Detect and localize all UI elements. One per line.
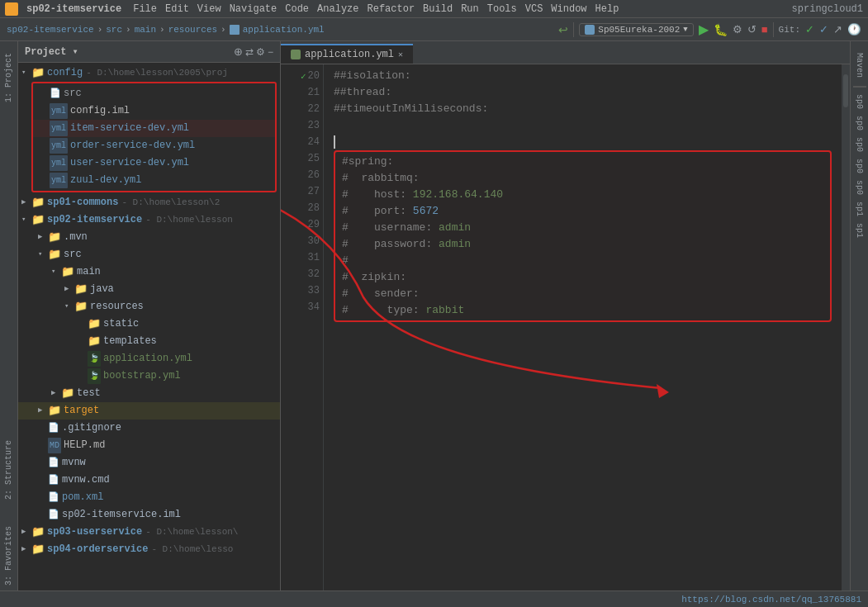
- menu-window[interactable]: Window: [551, 3, 586, 15]
- menu-analyze[interactable]: Analyze: [317, 3, 358, 15]
- tree-item[interactable]: ▾ 📁 resources: [18, 298, 280, 315]
- panel-add-btn[interactable]: ⊕: [234, 45, 243, 58]
- maven-sp0-item-3[interactable]: sp0: [853, 134, 866, 155]
- tree-item[interactable]: 📄 mvnw.cmd: [18, 472, 280, 489]
- toolbar-btn-1[interactable]: ⚙: [733, 23, 742, 36]
- run-config-selector[interactable]: Sp05Eureka-2002 ▼: [579, 23, 693, 36]
- maven-sp1-item-2[interactable]: sp1: [853, 220, 866, 241]
- menu-tools[interactable]: Tools: [487, 3, 517, 15]
- breadcrumb-resources[interactable]: resources: [168, 25, 217, 35]
- git-tick[interactable]: ✓: [819, 23, 828, 36]
- tree-item[interactable]: yml item-service-dev.yml: [33, 120, 275, 137]
- tree-item[interactable]: 📄 .gitignore: [18, 420, 280, 437]
- tree-item-target[interactable]: ▶ 📁 target: [18, 402, 280, 420]
- menu-vcs[interactable]: VCS: [525, 3, 543, 15]
- tree-item[interactable]: ▾ 📁 src: [18, 246, 280, 263]
- maven-sp0-item-5[interactable]: sp0: [853, 177, 866, 198]
- line-num-28: 28: [308, 202, 320, 214]
- menu-file[interactable]: File: [133, 3, 157, 15]
- run-button[interactable]: ▶: [699, 21, 709, 37]
- tree-item[interactable]: ▾ 📁 config - D:\home\lesson\2005\proj: [18, 64, 280, 82]
- tree-item[interactable]: ▶ 📁 sp01-commons - D:\home\lesson\2: [18, 194, 280, 211]
- breadcrumb-src[interactable]: src: [106, 25, 122, 35]
- editor-tab-active[interactable]: application.yml ✕: [281, 44, 413, 64]
- structure-panel-label[interactable]: 2: Structure: [2, 435, 15, 505]
- run-config-icon: [585, 25, 595, 35]
- file-icon: 📄: [48, 472, 59, 488]
- tree-item[interactable]: ▾ 📁 sp02-itemservice - D:\home\lesson: [18, 211, 280, 229]
- yml-icon: yml: [50, 121, 68, 136]
- tree-item-application[interactable]: 🍃 application.yml: [18, 350, 280, 368]
- breadcrumb-file[interactable]: application.yml: [243, 25, 325, 35]
- tree-item-pom[interactable]: 📄 pom.xml: [18, 489, 280, 506]
- toolbar-back-btn[interactable]: ↩: [558, 23, 568, 36]
- panel-settings-btn[interactable]: ⚙: [256, 45, 265, 58]
- tab-label: application.yml: [305, 49, 394, 60]
- breadcrumb-main[interactable]: main: [135, 25, 156, 35]
- tree-item[interactable]: 📁 static: [18, 315, 280, 333]
- debug-button[interactable]: 🐛: [714, 23, 728, 36]
- folder-icon: 📁: [31, 542, 45, 557]
- tree-item[interactable]: yml zuul-dev.yml: [33, 172, 275, 189]
- tree-item[interactable]: yml user-service-dev.yml: [33, 154, 275, 172]
- tree-item[interactable]: MD HELP.md: [18, 437, 280, 454]
- panel-sync-btn[interactable]: ⇄: [245, 45, 254, 58]
- yml-icon: yml: [50, 138, 68, 154]
- maven-sp0-item-4[interactable]: sp0: [853, 155, 866, 177]
- menu-view[interactable]: View: [197, 3, 221, 15]
- editor-tabs: application.yml ✕: [281, 41, 850, 64]
- favorites-panel-label[interactable]: 3: Favorites: [2, 521, 15, 590]
- tree-item-bootstrap[interactable]: 🍃 bootstrap.yml: [18, 368, 280, 385]
- maven-panel-label[interactable]: Maven: [853, 48, 866, 83]
- project-panel: Project ▾ ⊕ ⇄ ⚙ − ▾ 📁 config - D:\home\l…: [18, 41, 281, 590]
- git-clock[interactable]: 🕐: [847, 23, 861, 36]
- project-panel-label[interactable]: 1: Project: [2, 48, 15, 107]
- tab-file-icon: [291, 50, 301, 59]
- tree-item[interactable]: yml config.iml: [33, 102, 275, 120]
- maven-sp1-item-1[interactable]: sp1: [853, 198, 866, 220]
- tree-item[interactable]: 📄 sp02-itemservice.iml: [18, 506, 280, 524]
- folder-icon: 📁: [61, 264, 74, 280]
- line-num-31: 31: [308, 252, 320, 263]
- menu-refactor[interactable]: Refactor: [368, 3, 415, 15]
- menu-code[interactable]: Code: [285, 3, 309, 15]
- tree-item[interactable]: ▶ 📁 .mvn: [18, 229, 280, 246]
- tree-item[interactable]: 📄 src: [33, 85, 275, 102]
- tree-item[interactable]: ▶ 📁 sp04-orderservice - D:\home\lesso: [18, 541, 280, 558]
- panel-header: Project ▾ ⊕ ⇄ ⚙ −: [18, 41, 280, 63]
- breadcrumb-project[interactable]: sp02-itemservice: [7, 25, 94, 35]
- app-icon: [5, 2, 18, 16]
- git-check[interactable]: ✓: [805, 23, 814, 36]
- breadcrumb-file-icon: [230, 25, 240, 35]
- tree-item[interactable]: ▶ 📁 sp03-userservice - D:\home\lesson\: [18, 524, 280, 541]
- code-content[interactable]: ## isolation: ## thread: ## timeoutInMil…: [324, 64, 842, 590]
- code-line-28: # port: 5672: [342, 203, 823, 220]
- tree-item[interactable]: ▾ 📁 main: [18, 263, 280, 281]
- menu-build[interactable]: Build: [423, 3, 453, 15]
- tab-close-btn[interactable]: ✕: [398, 50, 403, 59]
- maven-sp0-item-1[interactable]: sp0: [853, 91, 866, 112]
- line-num-33: 33: [308, 285, 320, 296]
- folder-icon: 📁: [74, 282, 88, 297]
- editor-scrollbar[interactable]: [842, 64, 850, 590]
- menu-edit[interactable]: Edit: [165, 3, 189, 15]
- menu-run[interactable]: Run: [461, 3, 479, 15]
- menu-help[interactable]: Help: [595, 3, 619, 15]
- toolbar-btn-3[interactable]: ■: [761, 23, 768, 36]
- toolbar-btn-2[interactable]: ↺: [747, 23, 757, 36]
- code-line-27: # host: 192.168.64.140: [342, 187, 823, 203]
- gutter-checkmark: ✓: [301, 71, 306, 82]
- maven-sp0-item-2[interactable]: sp0: [853, 112, 866, 134]
- panel-minimize-btn[interactable]: −: [268, 45, 273, 58]
- folder-icon: 📁: [48, 230, 61, 245]
- right-panel: Maven sp0 sp0 sp0 sp0 sp0 sp1 sp1: [850, 41, 868, 590]
- editor-area: application.yml ✕ ✓ 20 21 22: [281, 41, 850, 590]
- tree-item-templates[interactable]: 📁 templates: [18, 333, 280, 350]
- tree-item[interactable]: ▶ 📁 java: [18, 281, 280, 298]
- menu-navigate[interactable]: Navigate: [230, 3, 277, 15]
- tree-item[interactable]: ▶ 📁 test: [18, 385, 280, 402]
- tree-item[interactable]: 📄 mvnw: [18, 454, 280, 472]
- tree-item[interactable]: yml order-service-dev.yml: [33, 137, 275, 154]
- side-labels-left: 1: Project 2: Structure 3: Favorites: [0, 41, 18, 590]
- git-arrow[interactable]: ↗: [833, 23, 842, 36]
